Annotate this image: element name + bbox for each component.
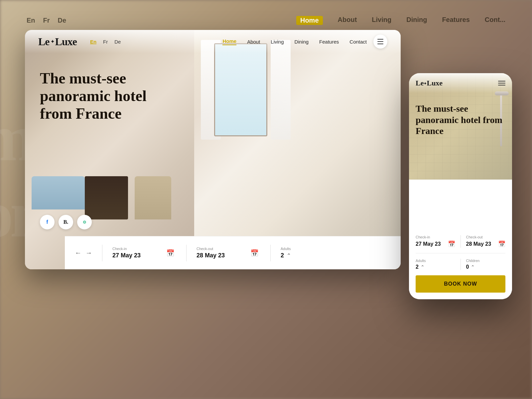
divider-2	[186, 245, 187, 261]
desktop-nav-links: Home About Living Dining Features Contac…	[222, 38, 367, 45]
bed-decoration	[32, 176, 85, 209]
table-decoration	[85, 176, 128, 219]
mobile-hero-headline: The must-see panoramic hotel from France	[416, 103, 505, 137]
adults-field: Adults 2 ⌃	[281, 247, 291, 259]
chair-decoration	[135, 176, 171, 219]
nav-about-link[interactable]: About	[247, 39, 260, 45]
social-icons-group: f B. ⊙	[40, 215, 92, 229]
nav-features-link[interactable]: Features	[319, 39, 339, 45]
hamburger-line-3	[377, 44, 383, 44]
mobile-children-control: 0 ⌃	[466, 264, 506, 270]
mobile-navbar: Le✦Luxe	[409, 73, 512, 93]
lang-en-btn[interactable]: En	[90, 39, 96, 45]
logo-part2: Luxe	[55, 36, 77, 48]
outer-nav-home[interactable]: Home	[296, 16, 323, 25]
checkin-calendar-btn[interactable]: 📅	[164, 247, 176, 259]
mobile-divider-2	[461, 259, 461, 270]
tripadvisor-icon: ⊙	[83, 220, 86, 224]
mobile-checkin-value: 27 May 23	[416, 241, 441, 247]
outer-nav-dining[interactable]: Dining	[406, 16, 427, 25]
outer-nav-living[interactable]: Living	[372, 16, 391, 25]
outer-lang-fr[interactable]: Fr	[43, 17, 50, 24]
nav-living-link[interactable]: Living	[271, 39, 284, 45]
outer-navbar: En Fr De Home About Living Dining Featur…	[0, 16, 532, 25]
curtain-right	[271, 40, 291, 140]
room-left-bg	[25, 30, 194, 269]
nav-dining-link[interactable]: Dining	[295, 39, 309, 45]
desktop-hero: Le✦Luxe En Fr De Home About Living Dinin…	[25, 30, 401, 269]
outer-nav-about[interactable]: About	[338, 16, 357, 25]
outer-nav-features[interactable]: Features	[442, 16, 469, 25]
mobile-children-chevron[interactable]: ⌃	[471, 264, 475, 270]
mobile-booking-panel: Check-in 27 May 23 📅 Check-out 28 May 23…	[409, 228, 512, 299]
lang-fr-btn[interactable]: Fr	[103, 39, 108, 45]
outer-lang-de[interactable]: De	[58, 17, 66, 24]
mobile-logo-star: ✦	[424, 81, 427, 85]
outer-lang-en[interactable]: En	[27, 17, 35, 24]
desktop-lang-switcher: En Fr De	[90, 39, 121, 45]
mobile-adults-control: 2 ⌃	[416, 264, 455, 270]
mobile-adults-field: Adults 2 ⌃	[416, 259, 455, 270]
hamburger-button[interactable]	[373, 35, 387, 49]
logo-part1: Le	[38, 36, 50, 48]
mobile-checkout-value: 28 May 23	[466, 241, 491, 247]
desktop-navbar: Le✦Luxe En Fr De Home About Living Dinin…	[25, 30, 401, 53]
adults-chevron-up[interactable]: ⌃	[287, 252, 291, 259]
prev-arrow[interactable]: ←	[75, 249, 81, 257]
mobile-checkout-field: Check-out 28 May 23 📅	[466, 235, 506, 248]
facebook-button[interactable]: f	[40, 215, 55, 229]
desktop-hero-headline: The must-see panoramic hotel from France	[40, 70, 173, 123]
carousel-nav: ← →	[75, 249, 92, 257]
mobile-checkin-label: Check-in	[416, 235, 455, 239]
mobile-children-label: Children	[466, 259, 506, 263]
checkin-value: 27 May 23	[112, 252, 159, 259]
booking-button[interactable]: B.	[59, 215, 73, 229]
nav-contact-link[interactable]: Contact	[349, 39, 367, 45]
mobile-divider-hr	[416, 253, 505, 253]
checkout-label: Check-out	[197, 247, 243, 251]
checkout-calendar-btn[interactable]: 📅	[248, 247, 260, 259]
outer-nav-contact[interactable]: Cont...	[485, 16, 505, 25]
checkin-field: Check-in 27 May 23	[112, 247, 159, 259]
mobile-pax-row: Adults 2 ⌃ Children 0 ⌃	[416, 259, 505, 270]
room-right-bg	[194, 30, 401, 269]
mobile-children-field: Children 0 ⌃	[466, 259, 506, 270]
mobile-mockup: Le✦Luxe The must-see panoramic hotel fro…	[409, 73, 512, 299]
mobile-adults-value: 2	[416, 264, 419, 270]
desktop-logo: Le✦Luxe	[38, 36, 77, 48]
desktop-mockup: Le✦Luxe En Fr De Home About Living Dinin…	[25, 30, 401, 269]
mobile-hamburger-line-3	[498, 85, 505, 85]
divider-1	[102, 245, 102, 261]
mobile-checkout-calendar-icon[interactable]: 📅	[498, 240, 505, 248]
next-arrow[interactable]: →	[85, 249, 92, 257]
adults-label: Adults	[281, 247, 291, 251]
book-now-button[interactable]: BOOK NOW	[416, 275, 505, 293]
adults-control: 2 ⌃	[281, 252, 291, 259]
logo-separator: ✦	[51, 39, 54, 45]
mobile-logo: Le✦Luxe	[416, 79, 443, 87]
adults-value: 2	[281, 252, 284, 259]
hamburger-line-2	[377, 41, 383, 42]
mobile-hamburger-button[interactable]	[498, 81, 505, 85]
hamburger-line-1	[377, 39, 383, 40]
mobile-divider-1	[461, 235, 461, 248]
checkout-value: 28 May 23	[197, 252, 243, 259]
nav-home-link[interactable]: Home	[222, 38, 236, 45]
mobile-adults-label: Adults	[416, 259, 455, 263]
mobile-tagline: The must-see panoramic hotel from France	[416, 103, 505, 137]
window-decoration	[214, 43, 267, 136]
divider-3	[270, 245, 271, 261]
lang-de-btn[interactable]: De	[114, 39, 121, 45]
checkout-field: Check-out 28 May 23	[197, 247, 243, 259]
tripadvisor-button[interactable]: ⊙	[77, 215, 92, 229]
mobile-checkin-calendar-icon[interactable]: 📅	[448, 240, 455, 248]
mobile-adults-chevron[interactable]: ⌃	[421, 264, 425, 270]
mobile-hamburger-line-2	[498, 83, 505, 83]
mobile-hamburger-line-1	[498, 81, 505, 81]
mobile-checkout-label: Check-out	[466, 235, 506, 239]
calendar-icon-checkin: 📅	[166, 249, 175, 257]
mobile-children-value: 0	[466, 264, 469, 270]
mobile-checkin-field: Check-in 27 May 23 📅	[416, 235, 455, 248]
outer-lang-switcher: En Fr De	[27, 17, 66, 24]
outer-nav-links: Home About Living Dining Features Cont..…	[296, 16, 505, 25]
